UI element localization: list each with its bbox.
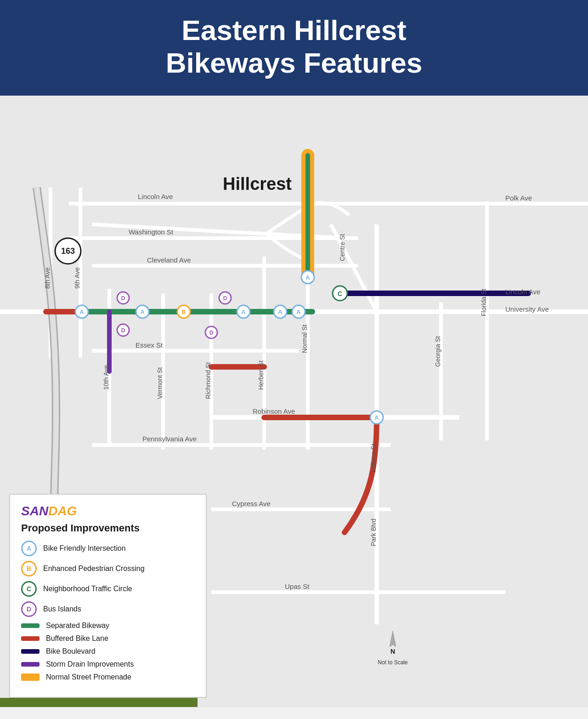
svg-text:Richmond St: Richmond St: [204, 362, 212, 399]
svg-text:9th Ave: 9th Ave: [74, 267, 81, 289]
svg-text:A: A: [140, 308, 145, 315]
legend-item-separated-bikeway: Separated Bikeway: [21, 622, 195, 630]
svg-text:10th Ave: 10th Ave: [102, 365, 110, 389]
legend-title: Proposed Improvements: [21, 522, 195, 534]
svg-text:Pennsylvania Ave: Pennsylvania Ave: [142, 435, 197, 443]
svg-text:Polk Ave: Polk Ave: [505, 194, 532, 202]
svg-text:D: D: [121, 327, 125, 334]
sandag-logo: SANDAG: [21, 504, 195, 519]
legend-label-separated-bikeway: Separated Bikeway: [46, 622, 109, 630]
legend-icon-c: C: [21, 581, 37, 597]
page-header: Eastern Hillcrest Bikeways Features: [0, 0, 588, 96]
legend-item-normal-street: Normal Street Promenade: [21, 673, 195, 681]
svg-text:163: 163: [61, 246, 75, 256]
svg-text:D: D: [121, 295, 125, 302]
svg-text:A: A: [296, 308, 301, 315]
legend-box: SANDAG Proposed Improvements A Bike Frie…: [9, 494, 207, 698]
legend-item-a: A Bike Friendly Intersection: [21, 541, 195, 556]
legend-item-d: D Bus Islands: [21, 601, 195, 617]
legend-label-d: Bus Islands: [43, 605, 81, 613]
legend-line-storm-drain: [21, 662, 40, 667]
svg-text:University Ave: University Ave: [505, 305, 549, 313]
svg-text:Washington St: Washington St: [129, 228, 174, 236]
svg-text:8th Ave: 8th Ave: [44, 267, 51, 289]
legend-item-c: C Neighborhood Traffic Circle: [21, 581, 195, 597]
legend-label-b: Enhanced Pedestrian Crossing: [43, 565, 145, 573]
legend-item-buffered-bike-lane: Buffered Bike Lane: [21, 634, 195, 643]
svg-text:N: N: [390, 648, 395, 655]
footer-strip: [0, 698, 198, 707]
svg-text:Normal St: Normal St: [301, 324, 308, 353]
svg-text:D: D: [223, 295, 227, 302]
legend-item-storm-drain: Storm Drain Improvements: [21, 660, 195, 668]
svg-text:Lincoln Ave: Lincoln Ave: [505, 288, 540, 296]
legend-line-normal-street: [21, 673, 40, 681]
svg-text:A: A: [241, 308, 246, 315]
page-title: Eastern Hillcrest Bikeways Features: [9, 14, 579, 80]
legend-icon-b: B: [21, 561, 37, 576]
svg-text:C: C: [338, 290, 342, 297]
svg-text:Park Blvd: Park Blvd: [370, 519, 377, 546]
svg-text:Florida St: Florida St: [480, 289, 487, 316]
legend-line-bike-boulevard: [21, 649, 40, 654]
svg-marker-84: [390, 631, 396, 647]
svg-text:Cypress Ave: Cypress Ave: [232, 500, 271, 508]
legend-label-c: Neighborhood Traffic Circle: [43, 585, 132, 593]
legend-label-buffered-bike-lane: Buffered Bike Lane: [46, 634, 108, 643]
svg-text:Hillcrest: Hillcrest: [223, 174, 292, 194]
legend-icon-a: A: [21, 541, 37, 556]
svg-text:A: A: [79, 308, 84, 315]
legend-item-bike-boulevard: Bike Boulevard: [21, 647, 195, 656]
svg-text:Indiana St: Indiana St: [370, 443, 377, 472]
svg-text:Upas St: Upas St: [285, 582, 310, 590]
north-arrow: N Not to Scale: [377, 628, 409, 666]
legend-item-b: B Enhanced Pedestrian Crossing: [21, 561, 195, 576]
map-area: A A A A A A A B C D D D: [0, 96, 588, 707]
legend-label-a: Bike Friendly Intersection: [43, 544, 126, 553]
svg-text:Lincoln Ave: Lincoln Ave: [138, 193, 173, 200]
legend-line-buffered-bike-lane: [21, 636, 40, 641]
svg-text:B: B: [181, 308, 186, 315]
legend-icon-d: D: [21, 601, 37, 617]
svg-text:Georgia St: Georgia St: [434, 336, 441, 367]
svg-text:Robinson Ave: Robinson Ave: [253, 407, 295, 415]
svg-text:A: A: [374, 414, 379, 421]
svg-text:Cleveland Ave: Cleveland Ave: [147, 256, 191, 264]
legend-label-bike-boulevard: Bike Boulevard: [46, 647, 96, 656]
legend-line-separated-bikeway: [21, 623, 40, 628]
north-arrow-label: Not to Scale: [377, 659, 409, 666]
svg-text:A: A: [278, 308, 283, 315]
legend-label-normal-street: Normal Street Promenade: [46, 673, 131, 681]
svg-text:Herbert St: Herbert St: [257, 360, 265, 390]
svg-text:Centre St: Centre St: [339, 234, 346, 261]
svg-text:A: A: [305, 274, 310, 281]
svg-text:Vermont St: Vermont St: [156, 367, 164, 399]
svg-text:D: D: [209, 330, 214, 336]
svg-text:Essex St: Essex St: [136, 341, 163, 349]
legend-label-storm-drain: Storm Drain Improvements: [46, 660, 134, 668]
